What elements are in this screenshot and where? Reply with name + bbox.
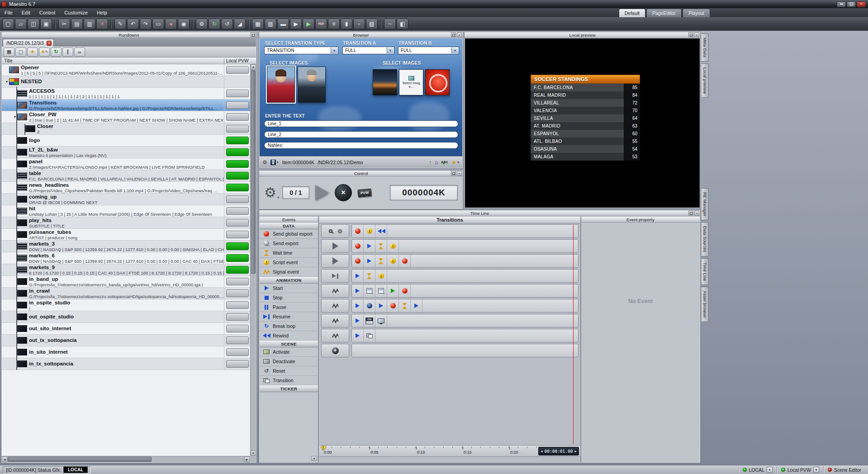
timeline-event[interactable] <box>411 299 422 312</box>
chevron-down-icon[interactable]: ▼ <box>387 47 394 53</box>
mode-tab-default[interactable]: Default <box>619 9 645 17</box>
timeline-event[interactable] <box>375 225 387 237</box>
toolbar-table-view-button[interactable]: ▦ <box>252 19 264 29</box>
event-item-transition[interactable]: Transition <box>260 376 318 385</box>
scroll-right-icon[interactable]: ▶ <box>244 456 250 462</box>
timeline-row-type[interactable] <box>321 254 349 268</box>
toolbar-pdf-export-button[interactable]: PDF <box>315 19 327 29</box>
event-item-activate[interactable]: Activate <box>260 347 318 357</box>
side-tab-re-manager[interactable]: RE Manager <box>702 188 709 220</box>
rundown-pause-button[interactable]: ∥ <box>62 47 73 57</box>
toolbar-save-button[interactable]: ◫ <box>28 19 39 29</box>
timeline-row-type[interactable] <box>321 314 349 327</box>
rundown-row[interactable]: ▼NESTED <box>2 76 250 88</box>
toolbar-sync-button[interactable]: ↺ <box>221 19 233 29</box>
timeline-event[interactable] <box>364 270 375 282</box>
toolbar-announce-button[interactable]: ◢ <box>234 19 246 29</box>
timeline-ruler[interactable]: 0:000:050:100:150:20 ◀ 00:00:01.00 ▶ <box>319 445 580 457</box>
timeline-event[interactable] <box>375 314 387 327</box>
timeline-event[interactable] <box>352 240 364 252</box>
toolbar-settings-button[interactable]: ⚙ <box>196 19 208 29</box>
maximize-button[interactable] <box>847 1 856 7</box>
close-panel-icon[interactable]: × <box>457 33 462 37</box>
spellcheck-button[interactable]: ABC <box>441 161 448 164</box>
status-scene-editor[interactable]: Scene Editor <box>823 466 865 474</box>
toolbar-open-folder-button[interactable]: ▱ <box>15 19 27 29</box>
rundown-row[interactable]: LT_2L_b&wMaestro 6 presentation | Las Ve… <box>2 147 250 158</box>
side-tab-meta-data[interactable]: Meta Data <box>702 33 709 62</box>
timeline-track[interactable] <box>351 284 579 298</box>
toolbar-eraser-button[interactable]: ▭ <box>152 19 164 29</box>
timeline-track[interactable] <box>351 224 579 238</box>
event-item-start[interactable]: Start <box>260 284 318 293</box>
timeline-event[interactable] <box>364 240 375 252</box>
timeline-track[interactable] <box>351 299 579 313</box>
timeline-event[interactable] <box>375 284 387 297</box>
rundown-row[interactable]: news_headlinesG:/Projects/Video_Clips/ne… <box>2 182 250 194</box>
timeline-event[interactable] <box>399 284 411 297</box>
timeline-event[interactable] <box>387 284 399 297</box>
stop-button[interactable]: × <box>335 184 352 201</box>
toolbar-paste-button[interactable]: ▥ <box>84 19 95 29</box>
toolbar-send-export-button[interactable]: ● <box>165 19 177 29</box>
timeline-track[interactable] <box>351 269 579 283</box>
event-item-reset[interactable]: ↺Reset <box>260 366 318 376</box>
dropdown-arrow-icon[interactable]: ▼ <box>813 467 819 473</box>
timeline-track[interactable] <box>351 239 579 253</box>
timeline-event[interactable] <box>364 225 375 237</box>
event-item-send-export[interactable]: Send export <box>260 239 318 248</box>
side-tab-data-sources[interactable]: Data Sources <box>702 222 709 256</box>
rundown-row[interactable]: markets_3DOW | NASDAQ | S&P 500 | 12359.… <box>2 241 250 252</box>
events-scroll-down-icon[interactable]: ▼ <box>311 456 317 461</box>
play-button[interactable] <box>315 185 329 200</box>
expander-icon[interactable]: ▼ <box>5 80 9 83</box>
timeline-track[interactable] <box>351 314 579 327</box>
scroll-down-icon[interactable]: ▼ <box>251 450 256 456</box>
timeline-row-type[interactable] <box>321 269 349 283</box>
rundown-row[interactable]: out_sito_internet <box>2 323 250 335</box>
toolbar-cut-button[interactable]: ✂ <box>58 19 70 29</box>
rundown-row[interactable]: in_sito_internet <box>2 346 250 358</box>
float-panel-icon[interactable] <box>451 33 456 37</box>
mode-tab-playout[interactable]: Playout <box>683 9 710 17</box>
toolbar-network-button[interactable]: ≡ <box>328 19 340 29</box>
toolbar-undo-button[interactable]: ↶ <box>127 19 139 29</box>
rundown-vertical-scrollbar[interactable]: ▲ ▼ <box>250 64 256 456</box>
menu-help[interactable]: Help <box>92 9 112 17</box>
toolbar-copy-button[interactable]: ▤ <box>71 19 83 29</box>
time-step-back-icon[interactable]: ◀ <box>541 450 542 453</box>
favorites-button[interactable]: ★▼ <box>451 159 460 166</box>
events-section-ticker[interactable]: TICKER <box>260 385 318 392</box>
transition-a-select[interactable]: FULL ▼ <box>342 47 394 54</box>
timeline-row-type[interactable] <box>321 344 349 357</box>
text-line-3-input[interactable] <box>264 142 458 149</box>
scroll-left-icon[interactable]: ◀ <box>2 456 7 462</box>
timeline-event[interactable] <box>364 284 375 297</box>
rundown-row[interactable]: in_tx_sottopancia <box>2 358 250 370</box>
home-button[interactable]: ⌂ <box>435 159 438 166</box>
events-section-data[interactable]: DATA <box>260 223 318 229</box>
rundown-horizontal-scrollbar[interactable]: ◀ ▶ <box>2 456 250 462</box>
event-item-stop[interactable]: Stop <box>260 293 318 303</box>
side-tab-asset-browser[interactable]: Asset browser <box>702 287 709 322</box>
transition-type-select[interactable]: TRANSITION ▼ <box>264 47 338 54</box>
time-step-forward-icon[interactable]: ▶ <box>574 450 576 453</box>
toolbar-cable-tool-button[interactable]: ~ <box>384 19 396 29</box>
chevron-down-icon[interactable]: ▼ <box>451 47 458 53</box>
transition-b-select[interactable]: FULL ▼ <box>398 47 459 54</box>
float-panel-icon[interactable] <box>451 171 456 175</box>
rundown-row[interactable]: out_ospite_studio <box>2 311 250 323</box>
rundown-tab[interactable]: /NDR/22.05.12/3/3 × <box>3 39 54 47</box>
toolbar-scene-monitor-button[interactable]: ◧ <box>397 19 408 29</box>
timeline-row-type[interactable]: ⚙ <box>321 224 349 238</box>
rundown-edit-favorites-button[interactable]: ★✎ <box>39 47 50 57</box>
rundown-favorites-star-button[interactable]: ★ <box>27 47 38 57</box>
toolbar-new-document-button[interactable]: ▢ <box>2 19 14 29</box>
timeline-event[interactable] <box>399 299 411 312</box>
timeline-row-type[interactable] <box>321 299 349 313</box>
timeline-event[interactable] <box>352 255 364 267</box>
event-item-deactivate[interactable]: Deactivate <box>260 357 318 366</box>
timeline-event[interactable] <box>387 255 399 267</box>
timeline-event[interactable] <box>387 299 399 312</box>
events-section-scene[interactable]: SCENE <box>260 341 318 347</box>
